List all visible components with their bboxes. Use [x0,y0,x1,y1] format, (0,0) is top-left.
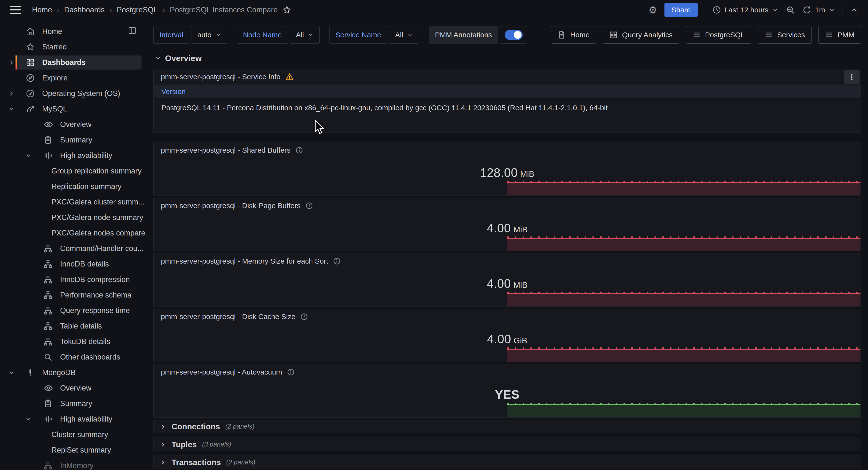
chevron-down-icon[interactable] [25,152,31,159]
sidebar-item-mysql[interactable]: MySQL [0,101,146,117]
panel-service-info-header[interactable]: pmm-server-postgresql - Service Info [154,69,861,85]
breadcrumb-dashboards[interactable]: Dashboards [64,6,105,14]
chevron-right-icon[interactable] [8,90,14,97]
sidebar-item-mysql-summary[interactable]: Summary [0,132,146,148]
sidebar-item-mongodb-high-availability[interactable]: High availability [0,411,146,427]
panel-disk-page-buffers-header[interactable]: pmm-server-postgresql - Disk-Page Buffer… [154,198,861,214]
share-button[interactable]: Share [664,3,698,17]
sidebar-item-mongodb-overview[interactable]: Overview [0,380,146,396]
sidebar-item-performance-schema[interactable]: Performance schema [0,287,146,303]
info-icon [300,313,308,320]
sidebar-item-pxc-galera-nodes-compare[interactable]: PXC/Galera nodes compare [0,225,146,241]
panel-disk-cache-size-header[interactable]: pmm-server-postgresql - Disk Cache Size [154,309,861,324]
dock-menu-icon[interactable] [128,26,137,37]
row-tuples[interactable]: Tuples (3 panels) [153,438,861,451]
chevron-down-icon [407,32,413,38]
refresh-control[interactable]: 1m [802,5,835,14]
sitemap-icon [43,322,52,331]
breadcrumb-postgresql[interactable]: PostgreSQL [117,6,158,14]
sidebar-item-command-handler-counters[interactable]: Command/Handler cou... [0,241,146,256]
sitemap-icon [43,275,52,284]
sidebar-item-other-dashboards[interactable]: Other dashboards [0,349,146,365]
sidebar-item-mysql-high-availability[interactable]: High availability [0,148,146,163]
sidebar-item-pxc-galera-cluster-summary[interactable]: PXC/Galera cluster summ... [0,194,146,210]
panel-memory-size-each-sort-header[interactable]: pmm-server-postgresql - Memory Size for … [154,253,861,269]
time-range-label: Last 12 hours [724,6,769,14]
sidebar-item-home[interactable]: Home [0,24,146,39]
chevron-down-icon[interactable] [8,370,14,376]
postgresql-menu-button[interactable]: PostgreSQL [686,26,751,43]
sitemap-icon [43,461,52,470]
sidebar-item-mongodb[interactable]: MongoDB [0,365,146,380]
gauge-icon [26,89,35,98]
chevron-right-icon [160,441,166,448]
sidebar-item-cluster-summary[interactable]: Cluster summary [0,427,146,442]
sidebar-item-query-response-time[interactable]: Query response time [0,303,146,318]
service-name-select[interactable]: All [389,26,419,43]
version-column-header[interactable]: Version [154,85,861,99]
star-icon [26,42,35,52]
sidebar-item-innodb-details[interactable]: InnoDB details [0,256,146,272]
clipboard-icon [43,136,52,145]
panel-disk-page-buffers: pmm-server-postgresql - Disk-Page Buffer… [153,198,861,251]
chevron-down-icon [215,32,221,38]
chevron-right-icon [160,424,166,430]
sidebar-item-innodb-compression[interactable]: InnoDB compression [0,272,146,287]
sidebar-item-dashboards[interactable]: Dashboards [0,55,146,70]
query-analytics-button[interactable]: Query Analytics [603,26,679,43]
sidebar-item-pxc-galera-node-summary[interactable]: PXC/Galera node summary [0,210,146,225]
clock-icon [712,6,721,14]
chevron-down-icon[interactable] [8,106,14,112]
menu-lines-icon [765,31,773,39]
sidebar-item-explore[interactable]: Explore [0,70,146,86]
home-icon [26,27,35,36]
pmm-annotations-toggle[interactable] [505,30,523,40]
breadcrumb-separator-icon: › [57,6,59,14]
favorite-star-icon[interactable] [283,6,291,14]
sparkline [507,182,861,195]
sidebar-item-inmemory[interactable]: InMemory [0,458,146,470]
sidebar-item-starred[interactable]: Starred [0,39,146,55]
chevron-down-icon [772,6,779,13]
toggle-knob [514,31,522,39]
panel-menu-kebab-icon[interactable] [844,70,860,84]
clipboard-icon [43,399,52,408]
interval-select[interactable]: auto [191,26,227,43]
compass-icon [26,73,35,83]
dashboard-settings-gear-icon[interactable]: ⚙ [649,5,657,15]
breadcrumb-home[interactable]: Home [32,6,52,14]
sidebar-item-group-replication-summary[interactable]: Group replication summary [0,163,146,179]
menu-toggle-icon[interactable] [10,6,21,14]
section-overview-header[interactable]: Overview [155,53,861,63]
sidebar-item-replication-summary[interactable]: Replication summary [0,179,146,194]
zoom-out-icon[interactable] [786,5,795,14]
sidebar-item-operating-system[interactable]: Operating System (OS) [0,86,146,101]
panel-memory-size-each-sort: pmm-server-postgresql - Memory Size for … [153,253,861,307]
pmm-menu-button[interactable]: PMM [818,26,861,43]
services-menu-button[interactable]: Services [758,26,811,43]
sidebar-item-tokudb-details[interactable]: TokuDB details [0,334,146,349]
eye-icon [43,120,53,129]
node-name-select[interactable]: All [290,26,320,43]
refresh-icon [802,5,811,14]
collapse-topbar-icon[interactable] [850,6,858,14]
version-value-cell: PostgreSQL 14.11 - Percona Distribution … [154,99,861,117]
home-link-button[interactable]: Home [551,26,596,43]
panel-shared-buffers-header[interactable]: pmm-server-postgresql - Shared Buffers [154,143,861,158]
menu-lines-icon [692,31,701,39]
dashboard-content: Interval auto Node Name All Service Name… [146,20,868,470]
panel-autovacuum-header[interactable]: pmm-server-postgresql - Autovacuum [154,364,861,380]
sidebar-item-table-details[interactable]: Table details [0,318,146,334]
service-name-label: Service Name [329,26,387,43]
time-range-picker[interactable]: Last 12 hours [712,6,779,14]
chevron-down-icon[interactable] [25,416,31,422]
sidebar-item-mysql-overview[interactable]: Overview [0,117,146,132]
chevron-right-icon[interactable] [8,59,14,66]
sidebar-item-mongodb-summary[interactable]: Summary [0,396,146,411]
stat-value: YES [154,388,861,402]
row-transactions[interactable]: Transactions (2 panels) [153,456,861,469]
row-connections[interactable]: Connections (2 panels) [153,419,861,433]
variables-toolbar: Interval auto Node Name All Service Name… [153,26,861,43]
sidebar-item-replset-summary[interactable]: ReplSet summary [0,442,146,458]
sparkline [507,349,861,362]
